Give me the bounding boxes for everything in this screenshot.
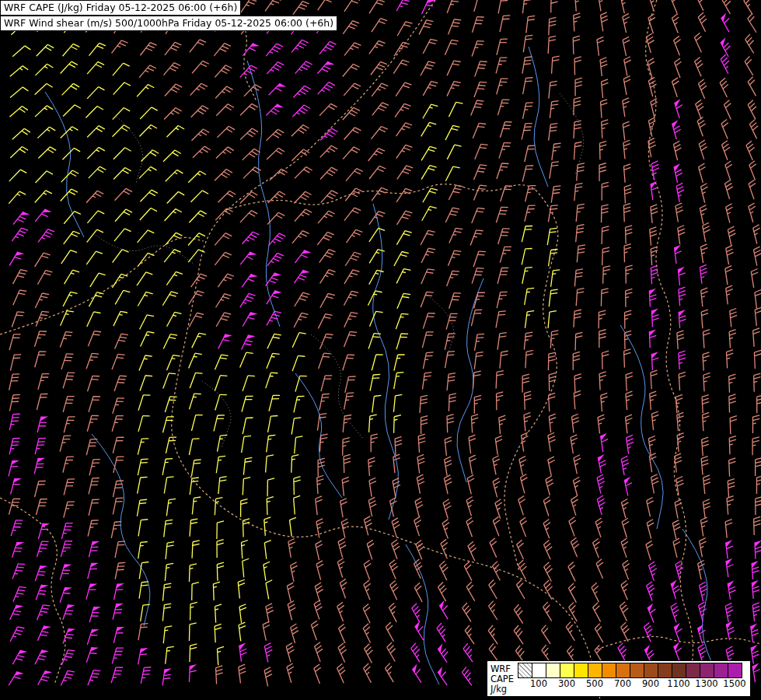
- title-line-2: WRF Wind shear (m/s) 500/1000hPa Friday …: [0, 16, 337, 31]
- legend-swatch: [686, 663, 700, 678]
- legend-title-line: J/kg: [490, 684, 514, 695]
- legend-swatch: [588, 663, 602, 678]
- legend-swatch: [560, 663, 574, 678]
- legend-tick-label: 500: [581, 678, 609, 690]
- legend-swatch: [714, 663, 728, 678]
- legend-swatch: [518, 663, 532, 678]
- map-canvas: [0, 0, 761, 700]
- legend-swatch: [700, 663, 714, 678]
- legend-swatch: [644, 663, 658, 678]
- legend: WRF CAPE J/kg 10030050070090011001300150…: [487, 660, 751, 697]
- legend-swatch: [532, 663, 546, 678]
- title-box: WRF CAPE (J/kg) Friday 05-12-2025 06:00 …: [0, 0, 337, 31]
- weather-map: WRF CAPE (J/kg) Friday 05-12-2025 06:00 …: [0, 0, 761, 700]
- title-line-1: WRF CAPE (J/kg) Friday 05-12-2025 06:00 …: [0, 0, 241, 16]
- legend-swatch: [728, 663, 742, 678]
- legend-scale: 100300500700900110013001500: [518, 663, 749, 695]
- legend-tick-label: 1100: [665, 678, 693, 690]
- legend-swatch: [546, 663, 560, 678]
- legend-title: WRF CAPE J/kg: [489, 663, 518, 695]
- legend-tick-label: 300: [553, 678, 581, 690]
- legend-swatch: [672, 663, 686, 678]
- legend-swatch: [658, 663, 672, 678]
- legend-swatch: [574, 663, 588, 678]
- legend-tick-row: 100300500700900110013001500: [518, 678, 749, 690]
- legend-tick-label: 1300: [693, 678, 721, 690]
- legend-swatch: [630, 663, 644, 678]
- legend-tick-label: 1500: [721, 678, 749, 690]
- legend-tick-label: 700: [609, 678, 637, 690]
- legend-swatch: [602, 663, 616, 678]
- legend-swatch: [616, 663, 630, 678]
- legend-tick-label: 900: [637, 678, 665, 690]
- legend-tick-label: 100: [525, 678, 553, 690]
- legend-swatch-row: [518, 663, 749, 678]
